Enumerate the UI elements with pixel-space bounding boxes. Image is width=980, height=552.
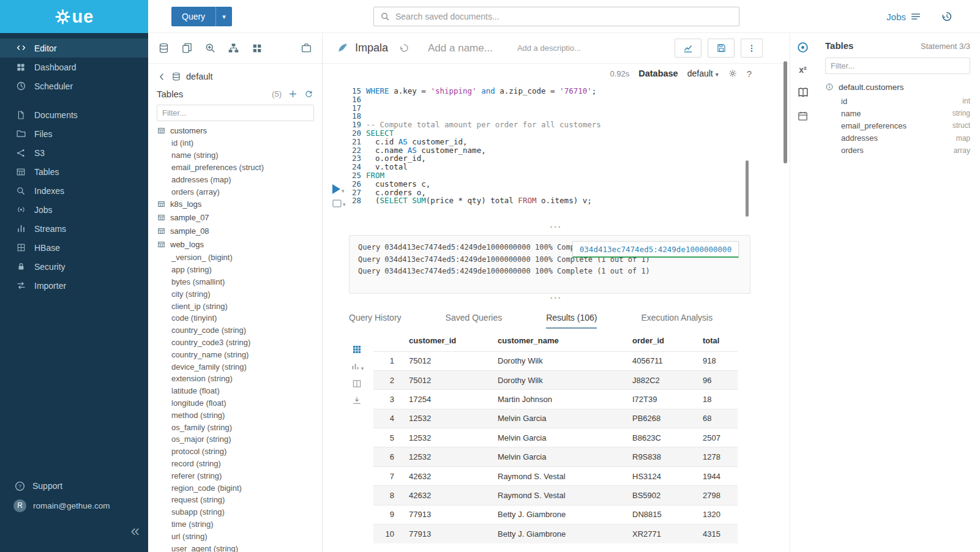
tree-table-k8s_logs[interactable]: k8s_logs <box>148 198 322 211</box>
log-results-resize-handle[interactable]: ··· <box>323 295 790 301</box>
tree-column[interactable]: subapp (string) <box>148 506 322 518</box>
support-link[interactable]: ? Support <box>0 476 148 496</box>
tree-column[interactable]: record (string) <box>148 458 322 470</box>
column-header[interactable]: customer_name <box>493 330 627 351</box>
query-history-icon[interactable] <box>941 10 953 23</box>
table-row[interactable]: 842632Raymond S. VestalBS59022798 <box>373 486 738 505</box>
hue-logo[interactable]: ue <box>0 0 148 33</box>
tree-table-customers[interactable]: customers <box>148 124 322 137</box>
download-icon[interactable] <box>352 395 362 406</box>
tree-table-sample_07[interactable]: sample_07 <box>148 211 322 225</box>
tree-column[interactable]: region_code (bigint) <box>148 482 322 494</box>
user-menu[interactable]: R romain@gethue.com <box>0 496 148 515</box>
databases-icon[interactable] <box>158 42 170 54</box>
tree-column[interactable]: url (string) <box>148 530 322 542</box>
tree-column[interactable]: longitude (float) <box>148 397 322 409</box>
refresh-icon[interactable] <box>304 89 313 99</box>
chart-view-icon[interactable] <box>350 361 361 371</box>
documents-assist-icon[interactable] <box>181 42 193 54</box>
tab-execution-analysis[interactable]: Execution Analysis <box>641 313 713 329</box>
help-icon[interactable]: ? <box>747 69 752 79</box>
query-button-label[interactable]: Query <box>171 7 215 26</box>
tree-column[interactable]: user_agent (string) <box>148 542 322 552</box>
add-table-icon[interactable] <box>288 89 297 99</box>
run-options-caret-icon[interactable]: ▾ <box>342 188 345 194</box>
table-row[interactable]: 742632Raymond S. VestalHS31241944 <box>373 466 738 485</box>
column-item[interactable]: namestring <box>825 107 970 119</box>
tree-table-web_logs[interactable]: web_logs <box>148 238 322 252</box>
column-item[interactable]: idint <box>825 95 970 107</box>
sidebar-item-editor[interactable]: Editor <box>0 39 148 58</box>
query-id-link[interactable]: 034d413ec7474ed5:4249de1000000000 <box>580 245 731 254</box>
tree-table-sample_08[interactable]: sample_08 <box>148 225 322 238</box>
column-header[interactable]: order_id <box>627 330 698 351</box>
chart-options-caret-icon[interactable]: ▾ <box>361 365 364 371</box>
schedule-icon[interactable] <box>796 110 809 122</box>
chevron-left-icon[interactable] <box>157 72 166 81</box>
language-reference-icon[interactable] <box>796 86 809 99</box>
query-dropdown-caret[interactable]: ▾ <box>215 7 232 26</box>
tree-column[interactable]: orders (array) <box>148 185 322 198</box>
table-row[interactable]: 175012Dorothy Wilk4056711918 <box>373 351 738 370</box>
chart-button[interactable] <box>675 39 701 58</box>
column-item[interactable]: email_preferencesstruct <box>825 119 970 132</box>
tree-column[interactable]: extension (string) <box>148 373 322 385</box>
sidebar-item-hbase[interactable]: HBase <box>0 238 148 257</box>
table-filter-input[interactable] <box>157 105 314 121</box>
tree-column[interactable]: request (string) <box>148 494 322 506</box>
tree-column[interactable]: country_name (string) <box>148 348 322 360</box>
editor-log-resize-handle[interactable]: ··· <box>323 224 790 230</box>
active-table-row[interactable]: default.customers <box>825 79 970 95</box>
assistant-icon[interactable] <box>796 41 809 54</box>
save-button[interactable] <box>708 39 735 58</box>
sidebar-collapse-button[interactable]: « <box>131 523 138 539</box>
sidebar-item-s3[interactable]: S3 <box>0 143 148 162</box>
table-row[interactable]: 412532Melvin GarciaPB626868 <box>373 409 738 428</box>
column-header[interactable]: total <box>698 330 738 351</box>
explain-options-caret-icon[interactable]: ▾ <box>343 201 346 207</box>
settings-gear-icon[interactable] <box>728 69 738 78</box>
main-scrollbar[interactable] <box>784 61 787 163</box>
code-editor[interactable]: 1516171819202122232425262728 WHERE a.key… <box>323 83 790 225</box>
functions-icon[interactable]: x² <box>799 65 806 75</box>
tree-column[interactable]: time (string) <box>148 518 322 531</box>
tree-column[interactable]: country_code (string) <box>148 324 322 337</box>
tree-column[interactable]: method (string) <box>148 409 322 421</box>
column-item[interactable]: addressesmap <box>825 132 970 144</box>
tab-saved-queries[interactable]: Saved Queries <box>446 313 503 329</box>
sidebar-item-jobs[interactable]: Jobs <box>0 200 148 219</box>
right-filter-input[interactable] <box>825 58 970 74</box>
sidebar-item-files[interactable]: Files <box>0 124 148 143</box>
tree-column[interactable]: latitude (float) <box>148 385 322 397</box>
table-row[interactable]: 977913Betty J. GiambroneDN88151320 <box>373 505 738 524</box>
jobs-link[interactable]: Jobs <box>886 0 921 33</box>
tree-column[interactable]: app (string) <box>148 264 322 276</box>
sidebar-item-security[interactable]: Security <box>0 257 148 276</box>
column-header[interactable]: customer_id <box>404 330 493 351</box>
sidebar-item-documents[interactable]: Documents <box>0 105 148 124</box>
tree-column[interactable]: id (int) <box>148 137 322 149</box>
info-icon[interactable] <box>825 83 834 91</box>
tab-results[interactable]: Results (106) <box>546 313 597 329</box>
table-row[interactable]: 512532Melvin GarciaB8623C2507 <box>373 428 738 447</box>
tree-column[interactable]: protocol (string) <box>148 446 322 458</box>
table-row[interactable]: 612532Melvin GarciaR9S8381278 <box>373 447 738 466</box>
tab-query-history[interactable]: Query History <box>349 313 402 329</box>
run-query-button[interactable] <box>332 184 340 194</box>
sidebar-item-tables[interactable]: Tables <box>0 162 148 181</box>
tree-column[interactable]: referer (string) <box>148 469 322 482</box>
tree-column[interactable]: os_major (string) <box>148 433 322 446</box>
table-row[interactable]: 317254Martin JohnsonI72T3918 <box>373 390 738 409</box>
query-name-field[interactable]: Add a name... <box>428 42 493 54</box>
tree-column[interactable]: os_family (string) <box>148 421 322 433</box>
query-description-field[interactable]: Add a descriptio... <box>517 43 581 53</box>
query-id-popover[interactable]: 034d413ec7474ed5:4249de1000000000 <box>572 241 739 258</box>
apps-grid-icon[interactable] <box>251 42 263 54</box>
tree-column[interactable]: client_ip (string) <box>148 300 322 312</box>
sidebar-item-dashboard[interactable]: Dashboard <box>0 58 148 76</box>
sidebar-item-importer[interactable]: Importer <box>0 276 148 295</box>
sidebar-item-scheduler[interactable]: Scheduler <box>0 76 148 95</box>
editor-history-icon[interactable] <box>399 43 410 53</box>
table-row[interactable]: 1077913Betty J. GiambroneXR27714315 <box>373 524 738 543</box>
tree-column[interactable]: device_family (string) <box>148 360 322 373</box>
